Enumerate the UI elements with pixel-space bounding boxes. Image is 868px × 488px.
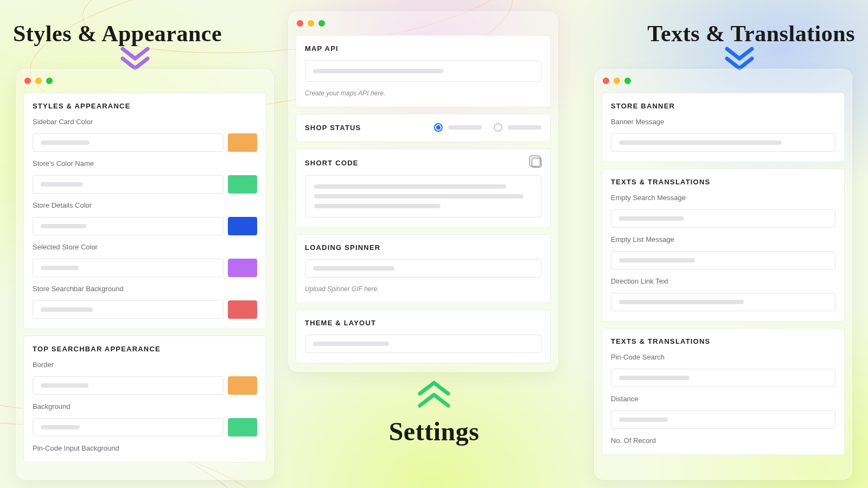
settings-window: MAP API Create your maps API here. SHOP … bbox=[288, 11, 559, 373]
text-input[interactable] bbox=[611, 410, 835, 429]
field-label: Sidebar Card Color bbox=[33, 118, 257, 126]
color-swatch[interactable] bbox=[228, 259, 257, 277]
map-api-card: MAP API Create your maps API here. bbox=[296, 35, 551, 107]
window-titlebar bbox=[602, 76, 845, 86]
color-swatch[interactable] bbox=[228, 175, 257, 194]
store-banner-card: STORE BANNER Banner Message bbox=[602, 93, 845, 162]
card-title: SHOP STATUS bbox=[305, 124, 361, 132]
shop-status-card: SHOP STATUS bbox=[296, 114, 551, 142]
hero-title-center: Settings bbox=[389, 416, 480, 446]
map-api-hint: Create your maps API here. bbox=[305, 89, 541, 97]
window-titlebar bbox=[296, 19, 551, 29]
text-input[interactable] bbox=[611, 369, 835, 387]
banner-message-input[interactable] bbox=[611, 133, 835, 152]
map-api-input[interactable] bbox=[305, 60, 541, 82]
field-label: Selected Store Color bbox=[33, 243, 257, 251]
field-label: Pin-Code Search bbox=[611, 353, 835, 361]
field-label: Store's Color Name bbox=[33, 159, 257, 168]
styles-appearance-card: STYLES & APPEARANCE Sidebar Card Color S… bbox=[23, 93, 266, 329]
texts-window: STORE BANNER Banner Message TEXTS & TRAN… bbox=[593, 68, 853, 480]
styles-window: STYLES & APPEARANCE Sidebar Card Color S… bbox=[15, 68, 275, 480]
zoom-dot-icon[interactable] bbox=[624, 78, 631, 84]
theme-layout-card: THEME & LAYOUT bbox=[296, 310, 551, 363]
zoom-dot-icon[interactable] bbox=[46, 78, 53, 84]
card-title: LOADING SPINNER bbox=[305, 243, 541, 252]
zoom-dot-icon[interactable] bbox=[318, 20, 325, 27]
shop-status-option-2[interactable] bbox=[494, 123, 541, 132]
loading-spinner-card: LOADING SPINNER Upload Spinner GIF here. bbox=[296, 234, 551, 303]
field-label: Distance bbox=[611, 395, 835, 403]
spinner-hint: Upload Spinner GIF here. bbox=[305, 285, 541, 293]
field-label: Empty Search Message bbox=[611, 194, 835, 202]
card-title: MAP API bbox=[305, 44, 541, 53]
field-label: Store Details Color bbox=[33, 201, 257, 209]
spinner-upload-input[interactable] bbox=[305, 259, 541, 278]
card-title: TOP SEARCHBAR APPEARANCE bbox=[33, 345, 257, 353]
color-swatch[interactable] bbox=[228, 300, 257, 319]
card-title: STYLES & APPEARANCE bbox=[33, 102, 257, 110]
color-input[interactable] bbox=[33, 217, 224, 235]
hero-title-right: Texts & Translations bbox=[647, 21, 855, 47]
field-label: Store Searchbar Background bbox=[33, 285, 257, 293]
copy-icon[interactable] bbox=[532, 158, 541, 168]
close-dot-icon[interactable] bbox=[603, 78, 609, 84]
minimize-dot-icon[interactable] bbox=[614, 78, 620, 84]
texts-translations-card-1: TEXTS & TRANSLATIONS Empty Search Messag… bbox=[602, 169, 845, 322]
card-title: SHORT CODE bbox=[305, 159, 359, 167]
color-input[interactable] bbox=[33, 259, 224, 277]
top-searchbar-card: TOP SEARCHBAR APPEARANCE Border Backgrou… bbox=[23, 336, 266, 463]
window-titlebar bbox=[23, 76, 266, 86]
color-swatch[interactable] bbox=[228, 376, 257, 395]
text-input[interactable] bbox=[611, 251, 835, 269]
color-input[interactable] bbox=[33, 418, 224, 436]
text-input[interactable] bbox=[611, 209, 835, 228]
close-dot-icon[interactable] bbox=[297, 20, 303, 27]
hero-title-left: Styles & Appearance bbox=[13, 21, 222, 47]
color-input[interactable] bbox=[33, 376, 224, 395]
card-title: THEME & LAYOUT bbox=[305, 319, 541, 327]
close-dot-icon[interactable] bbox=[24, 78, 31, 84]
radio-unselected-icon bbox=[494, 123, 502, 132]
color-swatch[interactable] bbox=[228, 133, 257, 152]
texts-translations-card-2: TEXTS & TRANSLATIONS Pin-Code Search Dis… bbox=[602, 328, 845, 455]
color-input[interactable] bbox=[33, 300, 224, 319]
field-label: Pin-Code Input Background bbox=[33, 444, 257, 452]
color-input[interactable] bbox=[33, 133, 224, 152]
card-title: TEXTS & TRANSLATIONS bbox=[611, 178, 835, 186]
field-label: No. Of Record bbox=[611, 436, 835, 445]
shop-status-option-1[interactable] bbox=[434, 123, 482, 132]
field-label: Background bbox=[33, 402, 257, 410]
color-swatch[interactable] bbox=[228, 217, 257, 235]
text-input[interactable] bbox=[611, 293, 835, 311]
short-code-card: SHORT CODE bbox=[296, 149, 551, 228]
field-label: Empty List Message bbox=[611, 235, 835, 243]
minimize-dot-icon[interactable] bbox=[35, 78, 42, 84]
field-label: Border bbox=[33, 361, 257, 369]
arrow-up-center-icon bbox=[417, 380, 451, 410]
color-swatch[interactable] bbox=[228, 418, 257, 436]
minimize-dot-icon[interactable] bbox=[308, 20, 314, 27]
radio-selected-icon bbox=[434, 123, 443, 132]
short-code-textarea[interactable] bbox=[305, 175, 541, 217]
theme-input[interactable] bbox=[305, 335, 541, 353]
card-title: TEXTS & TRANSLATIONS bbox=[611, 337, 835, 345]
field-label: Direction Link Text bbox=[611, 277, 835, 285]
field-label: Banner Message bbox=[611, 118, 835, 126]
color-input[interactable] bbox=[33, 175, 224, 194]
card-title: STORE BANNER bbox=[611, 102, 835, 110]
